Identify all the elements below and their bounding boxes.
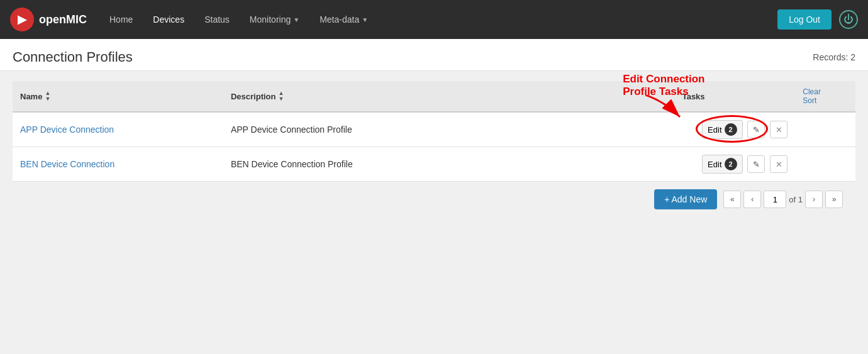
td-tasks-2: Edit 2 ✎ ✕ <box>675 147 796 182</box>
page-of-label: of 1 <box>789 195 803 204</box>
table-header-row: Name ▲▼ Description ▲▼ Tasks ClearSort <box>13 81 855 112</box>
page-title: Connection Profiles <box>13 49 133 65</box>
table-row: BEN Device Connection BEN Device Connect… <box>13 147 855 182</box>
td-name-2: BEN Device Connection <box>13 147 223 182</box>
th-name[interactable]: Name ▲▼ <box>13 81 223 112</box>
td-spacer-2 <box>795 147 855 182</box>
bottom-controls: + Add New « ‹ of 1 › » <box>13 182 855 209</box>
td-spacer-1 <box>795 112 855 147</box>
delete-button-1[interactable]: ✕ <box>770 121 787 138</box>
last-page-button[interactable]: » <box>825 191 843 208</box>
task-count-badge-1: 2 <box>725 123 737 136</box>
first-page-button[interactable]: « <box>723 191 741 208</box>
th-description[interactable]: Description ▲▼ <box>223 81 675 112</box>
annotation-container: Edit Connection Profile Tasks <box>702 120 742 139</box>
navbar: ▶ openMIC Home Devices Status Monitoring… <box>0 0 868 39</box>
next-page-button[interactable]: › <box>805 191 823 208</box>
th-tasks: Tasks <box>675 81 796 112</box>
td-name-1: APP Device Connection <box>13 112 223 147</box>
power-icon: ⏻ <box>839 10 858 29</box>
th-clear-sort[interactable]: ClearSort <box>795 81 855 112</box>
app-logo: ▶ openMIC <box>10 8 87 31</box>
table-row: APP Device Connection APP Device Connect… <box>13 112 855 147</box>
connection-profiles-table: Name ▲▼ Description ▲▼ Tasks ClearSort <box>13 81 855 182</box>
td-description-1: APP Device Connection Profile <box>223 112 675 147</box>
ben-device-connection-link[interactable]: BEN Device Connection <box>20 159 114 169</box>
edit-pencil-button-1[interactable]: ✎ <box>747 121 765 138</box>
pagination: « ‹ of 1 › » <box>723 191 843 208</box>
monitoring-dropdown-arrow: ▼ <box>293 16 299 23</box>
app-name: openMIC <box>39 13 87 26</box>
task-count-badge-2: 2 <box>725 158 737 170</box>
nav-devices[interactable]: Devices <box>143 0 194 39</box>
td-description-2: BEN Device Connection Profile <box>223 147 675 182</box>
nav-monitoring[interactable]: Monitoring ▼ <box>240 0 309 39</box>
td-tasks-1: Edit Connection Profile Tasks <box>675 112 796 147</box>
navbar-right: Log Out ⏻ <box>777 9 858 30</box>
table-container: Name ▲▼ Description ▲▼ Tasks ClearSort <box>0 71 868 219</box>
edit-tasks-button-1[interactable]: Edit 2 <box>702 120 742 139</box>
nav-status[interactable]: Status <box>194 0 240 39</box>
description-sort-arrows: ▲▼ <box>278 91 284 102</box>
delete-button-2[interactable]: ✕ <box>770 155 787 173</box>
add-new-button[interactable]: + Add New <box>654 189 717 209</box>
app-device-connection-link[interactable]: APP Device Connection <box>20 124 114 135</box>
nav-links: Home Devices Status Monitoring ▼ Meta-da… <box>99 0 777 39</box>
edit-pencil-button-2[interactable]: ✎ <box>747 155 765 173</box>
nav-home[interactable]: Home <box>99 0 143 39</box>
records-count: Records: 2 <box>813 52 855 62</box>
name-sort-arrows: ▲▼ <box>45 91 50 102</box>
logo-icon: ▶ <box>10 8 34 31</box>
prev-page-button[interactable]: ‹ <box>743 191 761 208</box>
logout-button[interactable]: Log Out <box>777 9 832 30</box>
page-number-input[interactable] <box>764 191 786 208</box>
metadata-dropdown-arrow: ▼ <box>362 16 368 23</box>
edit-tasks-button-2[interactable]: Edit 2 <box>702 155 742 174</box>
nav-metadata[interactable]: Meta-data ▼ <box>309 0 378 39</box>
page-header: Connection Profiles Records: 2 <box>0 39 868 71</box>
